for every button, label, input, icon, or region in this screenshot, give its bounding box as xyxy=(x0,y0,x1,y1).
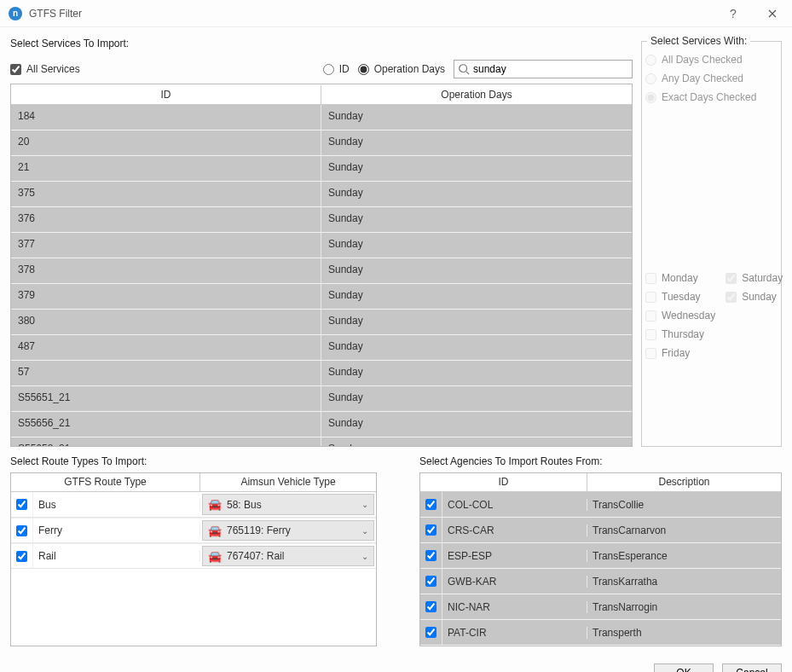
agency-checkbox[interactable] xyxy=(420,492,442,517)
day-checkbox-sunday[interactable]: Sunday xyxy=(726,291,783,303)
services-table-body[interactable]: 184Sunday20Sunday21Sunday375Sunday376Sun… xyxy=(11,105,632,446)
agencies-col-id[interactable]: ID xyxy=(420,473,587,491)
all-days-radio[interactable]: All Days Checked xyxy=(645,54,778,66)
table-row[interactable]: 379Sunday xyxy=(11,284,632,310)
exact-days-label: Exact Days Checked xyxy=(662,91,756,103)
search-input[interactable] xyxy=(470,63,628,75)
agency-checkbox[interactable] xyxy=(420,518,442,542)
service-days-cell: Sunday xyxy=(321,105,632,130)
service-days-cell: Sunday xyxy=(321,182,632,206)
agencies-label: Select Agencies To Import Routes From: xyxy=(419,455,782,467)
agency-desc-cell: TransCollie xyxy=(587,499,781,511)
day-checkbox-wednesday[interactable]: Wednesday xyxy=(645,310,715,322)
agency-row[interactable]: ESP-ESPTransEsperance xyxy=(420,543,781,569)
route-types-col-aimsun[interactable]: Aimsun Vehicle Type xyxy=(200,473,376,491)
vehicle-icon: 🚘 xyxy=(208,498,222,511)
any-day-radio[interactable]: Any Day Checked xyxy=(645,72,778,84)
table-row[interactable]: 378Sunday xyxy=(11,258,632,284)
day-label: Saturday xyxy=(742,272,783,284)
agency-checkbox[interactable] xyxy=(420,620,442,645)
services-table: ID Operation Days 184Sunday20Sunday21Sun… xyxy=(10,84,633,447)
service-id-cell: S55651_21 xyxy=(11,386,321,411)
service-days-cell: Sunday xyxy=(321,207,632,232)
service-id-cell: 376 xyxy=(11,207,321,232)
day-label: Monday xyxy=(662,272,698,284)
service-days-cell: Sunday xyxy=(321,130,632,155)
vehicle-type-dropdown[interactable]: 🚘58: Bus⌄ xyxy=(202,494,374,515)
chevron-down-icon: ⌄ xyxy=(361,500,368,509)
table-row[interactable]: S55656_21Sunday xyxy=(11,412,632,437)
services-import-label: Select Services To Import: xyxy=(10,38,633,49)
agency-checkbox[interactable] xyxy=(420,594,442,619)
table-row[interactable]: 377Sunday xyxy=(11,233,632,258)
service-id-cell: 21 xyxy=(11,156,321,181)
search-by-id-radio[interactable]: ID xyxy=(323,63,350,75)
table-row[interactable]: 380Sunday xyxy=(11,310,632,335)
table-row[interactable]: 375Sunday xyxy=(11,182,632,207)
table-row[interactable]: S55651_21Sunday xyxy=(11,386,632,412)
agencies-body[interactable]: ID Description COL-COLTransCollieCRS-CAR… xyxy=(420,473,781,646)
day-checkbox-monday[interactable]: Monday xyxy=(645,272,715,284)
day-label: Sunday xyxy=(742,291,777,303)
service-days-cell: Sunday xyxy=(321,310,632,334)
table-row[interactable]: 21Sunday xyxy=(11,156,632,182)
day-checkbox-thursday[interactable]: Thursday xyxy=(645,328,715,340)
agency-desc-cell: Transperth xyxy=(587,627,781,639)
table-row[interactable]: 487Sunday xyxy=(11,335,632,361)
route-types-body: Bus🚘58: Bus⌄Ferry🚘765119: Ferry⌄Rail🚘767… xyxy=(11,492,376,569)
day-checkbox-tuesday[interactable]: Tuesday xyxy=(645,291,715,303)
agency-checkbox[interactable] xyxy=(420,543,442,568)
help-button[interactable]: ? xyxy=(714,0,753,27)
agency-checkbox[interactable] xyxy=(420,569,442,594)
route-type-checkbox[interactable] xyxy=(11,492,33,517)
service-id-cell: 375 xyxy=(11,182,321,206)
table-row[interactable]: 20Sunday xyxy=(11,130,632,156)
day-label: Thursday xyxy=(662,328,704,340)
service-days-cell: Sunday xyxy=(321,361,632,385)
svg-point-0 xyxy=(460,65,467,72)
agency-id-cell: ESP-ESP xyxy=(442,550,587,562)
all-services-checkbox[interactable]: All Services xyxy=(10,63,80,75)
ok-button[interactable]: OK xyxy=(654,663,714,672)
agency-row[interactable]: CRS-CARTransCarnarvon xyxy=(420,518,781,543)
cancel-button[interactable]: Cancel xyxy=(722,663,782,672)
vehicle-icon: 🚘 xyxy=(208,550,222,563)
service-days-cell: Sunday xyxy=(321,258,632,283)
agency-id-cell: PAT-CIR xyxy=(442,627,587,639)
day-checkbox-friday[interactable]: Friday xyxy=(645,347,715,359)
agency-desc-cell: TransKarratha xyxy=(587,576,781,588)
window-title: GTFS Filter xyxy=(29,8,82,20)
route-type-name: Ferry xyxy=(33,524,200,536)
route-type-name: Rail xyxy=(33,550,200,562)
agencies-col-desc[interactable]: Description xyxy=(587,473,781,491)
agency-row[interactable]: PAT-CIRTransperth xyxy=(420,620,781,646)
route-types-col-gtfs[interactable]: GTFS Route Type xyxy=(11,473,200,491)
service-id-cell: 57 xyxy=(11,361,321,385)
search-by-days-radio[interactable]: Operation Days xyxy=(358,63,445,75)
agency-desc-cell: TransNarrogin xyxy=(587,601,781,613)
chevron-down-icon: ⌄ xyxy=(361,526,368,536)
table-row[interactable]: 57Sunday xyxy=(11,361,632,386)
agency-row[interactable]: GWB-KARTransKarratha xyxy=(420,569,781,594)
service-days-cell: Sunday xyxy=(321,156,632,181)
vehicle-icon: 🚘 xyxy=(208,524,222,537)
search-box[interactable] xyxy=(454,60,633,78)
services-col-id[interactable]: ID xyxy=(11,85,321,104)
table-row[interactable]: 184Sunday xyxy=(11,105,632,130)
vehicle-type-label: 765119: Ferry xyxy=(227,524,356,536)
day-checkbox-saturday[interactable]: Saturday xyxy=(726,272,783,284)
vehicle-type-dropdown[interactable]: 🚘767407: Rail⌄ xyxy=(202,546,374,566)
exact-days-radio[interactable]: Exact Days Checked xyxy=(645,91,778,103)
agency-row[interactable]: COL-COLTransCollie xyxy=(420,492,781,518)
any-day-label: Any Day Checked xyxy=(662,72,743,84)
close-button[interactable] xyxy=(753,0,792,27)
agency-row[interactable]: NIC-NARTransNarrogin xyxy=(420,594,781,620)
app-icon: n xyxy=(9,7,22,20)
route-type-checkbox[interactable] xyxy=(11,518,33,542)
service-days-cell: Sunday xyxy=(321,386,632,411)
route-type-checkbox[interactable] xyxy=(11,544,33,568)
table-row[interactable]: S55658_21Sunday xyxy=(11,437,632,446)
services-col-days[interactable]: Operation Days xyxy=(321,85,632,104)
table-row[interactable]: 376Sunday xyxy=(11,207,632,233)
vehicle-type-dropdown[interactable]: 🚘765119: Ferry⌄ xyxy=(202,520,374,541)
